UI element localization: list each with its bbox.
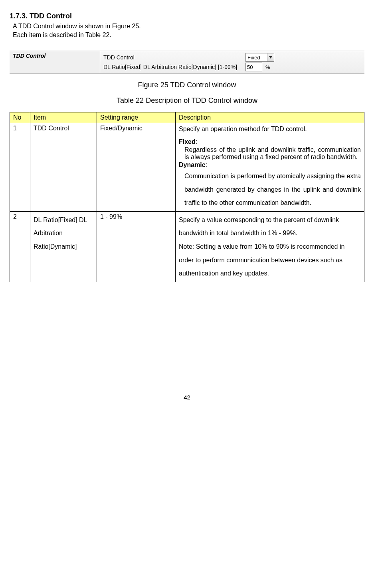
dl-ratio-unit: % (265, 64, 270, 70)
intro-line-1: A TDD Control window is shown in Figure … (13, 23, 364, 30)
tdd-control-select[interactable]: Fixed (245, 53, 274, 62)
fixed-label: Fixed (179, 138, 196, 145)
header-item: Item (30, 112, 97, 123)
cell-range: 1 - 99% (97, 211, 176, 282)
dynamic-label: Dynamic (179, 161, 206, 168)
header-desc: Description (176, 112, 364, 123)
header-range: Setting range (97, 112, 176, 123)
cell-no: 1 (10, 123, 30, 212)
figure-caption: Figure 25 TDD Control window (10, 81, 364, 89)
page-number: 42 (10, 394, 364, 401)
figure-block: TDD Control TDD Control Fixed DL Ratio[F… (10, 51, 364, 89)
chevron-down-icon (267, 53, 274, 61)
table-row: 2 DL Ratio[Fixed] DL Arbitration Ratio[D… (10, 211, 364, 282)
cell-range: Fixed/Dynamic (97, 123, 176, 212)
dl-ratio-input[interactable]: 50 (245, 63, 262, 71)
tdd-control-label: TDD Control (103, 54, 243, 61)
dynamic-text: Communication is performed by atomically… (179, 169, 361, 210)
cell-item: TDD Control (30, 123, 97, 212)
fixed-text: Regardless of the uplink and downlink tr… (179, 146, 361, 161)
cell-no: 2 (10, 211, 30, 282)
tdd-control-select-value: Fixed (246, 55, 267, 61)
header-no: No (10, 112, 30, 123)
description-table: No Item Setting range Description 1 TDD … (10, 112, 364, 282)
desc-main: Specify a value corresponding to the per… (179, 216, 339, 237)
intro-line-2: Each item is described in Table 22. (13, 31, 364, 39)
section-heading: 1.7.3. TDD Control (10, 12, 364, 20)
cell-desc: Specify an operation method for TDD cont… (176, 123, 364, 212)
table-row: 1 TDD Control Fixed/Dynamic Specify an o… (10, 123, 364, 212)
dl-ratio-label: DL Ratio[Fixed] DL Arbitration Ratio[Dyn… (103, 64, 243, 70)
table-header-row: No Item Setting range Description (10, 112, 364, 123)
table-caption: Table 22 Description of TDD Control wind… (10, 96, 364, 105)
desc-note: Note: Setting a value from 10% to 90% is… (179, 243, 344, 277)
tdd-section-title: TDD Control (10, 51, 100, 73)
cell-item: DL Ratio[Fixed] DL Arbitration Ratio[Dyn… (30, 211, 97, 282)
desc-lead: Specify an operation method for TDD cont… (179, 126, 361, 133)
tdd-control-window: TDD Control TDD Control Fixed DL Ratio[F… (10, 51, 364, 74)
cell-desc: Specify a value corresponding to the per… (176, 211, 364, 282)
